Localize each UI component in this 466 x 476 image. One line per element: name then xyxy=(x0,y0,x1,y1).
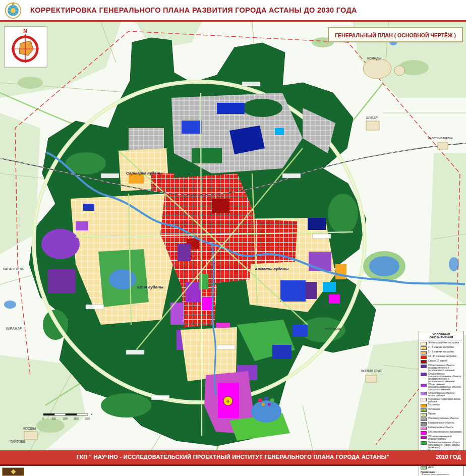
residential-northwest xyxy=(119,148,174,191)
place-label: КАРАОТКЕЛЬ xyxy=(3,267,24,271)
legend-item: Питомники xyxy=(421,408,462,412)
legend-item: Объекты внешнего транспорта xyxy=(421,431,462,435)
compass-rose: N xyxy=(4,26,47,68)
header-divider xyxy=(0,20,466,22)
north-label: N xyxy=(23,28,27,34)
drawing-title: ГЕНЕРАЛЬНЫЙ ПЛАН ( ОСНОВНОЙ ЧЕРТЁЖ ) xyxy=(335,32,456,38)
legend-swatch xyxy=(421,360,427,364)
legend-item: Производственные объекты xyxy=(421,417,462,421)
map-area: ✈ xyxy=(0,22,466,450)
legend-item: Гостиницы xyxy=(421,403,462,407)
airport-marker: ✈ xyxy=(223,396,232,405)
legend-item: 10 - 17 этажная застройка xyxy=(421,355,462,359)
legend-swatch xyxy=(421,351,427,354)
place-label: МАЛОТИМОФЕЕВКА xyxy=(428,137,453,140)
legend-item: Общественные специализированные объекты … xyxy=(421,383,462,391)
legend-item: Жилая усадебная застройка xyxy=(421,341,462,345)
legend-item: Общественные специализированные объекты … xyxy=(421,373,462,383)
place-label: КОСШЫ xyxy=(23,427,36,430)
legend-item: Дачи xyxy=(421,466,462,470)
place-label: ШУБАР xyxy=(366,116,378,120)
legend-item: Общественные объекты государственного и … xyxy=(421,364,462,372)
legend-swatch xyxy=(421,373,427,376)
legend-item: Объекты инженерной инфраструктуры xyxy=(421,435,462,440)
legend-swatch xyxy=(421,342,427,345)
place-label: КАРАЖАР xyxy=(6,327,22,330)
legend-item: Резервные территории жилых районов xyxy=(421,398,462,403)
legend-item: Коммунальные объекты xyxy=(421,422,462,426)
footer-organization: ГКП " НАУЧНО - ИССЛЕДОВАТЕЛЬСКИЙ ПРОЕКТН… xyxy=(0,454,466,460)
legend-swatch xyxy=(421,418,427,421)
svg-text:500: 500 xyxy=(52,418,56,420)
legend-swatch xyxy=(421,392,427,395)
drawing-title-box: ГЕНЕРАЛЬНЫЙ ПЛАН ( ОСНОВНОЙ ЧЕРТЁЖ ) xyxy=(328,27,463,42)
legend-swatch xyxy=(421,436,427,439)
legend-swatch xyxy=(421,346,427,350)
legend-swatch xyxy=(421,384,427,387)
legend-swatch xyxy=(421,466,427,469)
svg-text:1000: 1000 xyxy=(63,418,68,420)
svg-text:1500: 1500 xyxy=(74,418,79,420)
legend-swatch xyxy=(421,427,427,430)
district-label: Есил ауданы xyxy=(137,285,163,289)
ornament-icon xyxy=(11,469,16,474)
legend-item: Пашни xyxy=(421,412,462,416)
legend-swatch xyxy=(421,413,427,416)
svg-text:м: м xyxy=(91,413,92,415)
legend-swatch xyxy=(421,398,427,401)
legend-item: Зелёные насаждения общего пользования ( … xyxy=(421,441,462,449)
legend-item: Коммерческие объекты xyxy=(421,426,462,430)
footer: ГКП " НАУЧНО - ИССЛЕДОВАТЕЛЬСКИЙ ПРОЕКТН… xyxy=(0,450,466,464)
plan-sheet: КОРРЕКТИРОВКА ГЕНЕРАЛЬНОГО ПЛАНА РАЗВИТИ… xyxy=(0,0,466,476)
place-label: КОЯНДЫ xyxy=(367,56,381,61)
footer-divider xyxy=(0,464,466,466)
kazakhstan-emblem-icon xyxy=(4,1,22,19)
legend-swatch xyxy=(421,408,427,412)
svg-text:2000: 2000 xyxy=(85,418,90,420)
legend-note: * В жилых зонах допускается размещение о… xyxy=(421,473,462,476)
legend-title: УСЛОВНЫЕ ОБОЗНАЧЕНИЯ xyxy=(421,333,462,340)
legend-swatch xyxy=(421,422,427,426)
legend-swatch xyxy=(421,355,427,359)
place-label: ЖАНА ЖОЛЫ xyxy=(325,327,341,330)
city-map: ✈ xyxy=(0,22,466,450)
page-title: КОРРЕКТИРОВКА ГЕНЕРАЛЬНОГО ПЛАНА РАЗВИТИ… xyxy=(30,6,357,14)
district-label: Алматы ауданы xyxy=(254,267,288,271)
legend-item: 2 - 4 этажная застройка xyxy=(421,346,462,350)
institute-logo xyxy=(2,467,24,476)
place-label: ТАЙТОБЕ xyxy=(10,439,26,443)
place-label: КЫЗЫЛ СУАТ xyxy=(361,369,382,373)
district-label: Сарыарка ауданы xyxy=(126,171,162,175)
east-lake xyxy=(363,251,405,281)
airport-icon: ✈ xyxy=(226,399,230,404)
legend-swatch xyxy=(421,365,427,368)
legend-swatch xyxy=(421,404,427,407)
legend-item: Общественные объекты жилых районов xyxy=(421,392,462,397)
legend-swatch xyxy=(421,441,427,445)
legend-item: Свыше 17 этажей xyxy=(421,360,462,364)
legend-item: 5 - 9 этажная застройка xyxy=(421,350,462,354)
header: КОРРЕКТИРОВКА ГЕНЕРАЛЬНОГО ПЛАНА РАЗВИТИ… xyxy=(0,0,466,20)
footer-year: 2010 ГОД xyxy=(436,454,461,460)
legend-swatch xyxy=(421,431,427,435)
